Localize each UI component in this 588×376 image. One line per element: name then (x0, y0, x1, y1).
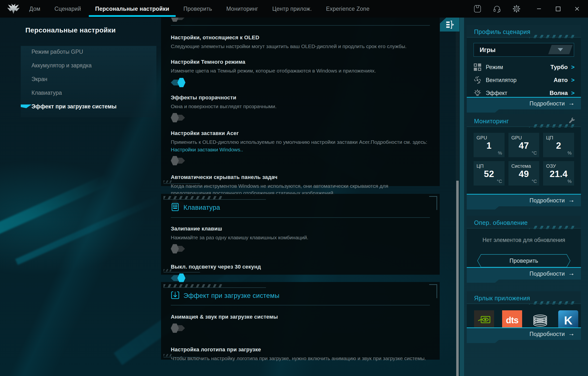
keyboard-card-title: Клавиатура (183, 204, 220, 211)
scrollbar-track[interactable] (456, 18, 459, 376)
card-corner-decor (163, 180, 200, 184)
header-hatch-decor (529, 124, 578, 128)
title-bar: Дом Сценарий Персональные настройки Пров… (0, 0, 588, 18)
tile-value: 21.4 (543, 169, 574, 179)
boot-animation-toggle[interactable] (171, 323, 185, 333)
headset-support-icon[interactable] (493, 5, 501, 13)
chevron-right-icon: > (571, 90, 575, 97)
monitor-tiles: GPU 1 % GPU 47 °C ЦП 2 % ЦП 52 °C (473, 133, 574, 186)
monitoring-card: Мониторинг GPU 1 % GPU 47 °C (467, 114, 581, 206)
arrow-right-icon: → (568, 269, 575, 277)
sticky-keys-desc: Нажимайте за раз одну клавишу клавишных … (171, 234, 430, 241)
update-empty-message: Нет элементов для обновления (467, 237, 581, 243)
update-details-button[interactable]: Подробности → (467, 267, 581, 279)
tile-label: ОЗУ (546, 163, 556, 169)
background-streak (0, 175, 109, 237)
monitor-tile-ram: ОЗУ 21.4 % (543, 161, 574, 186)
check-updates-button[interactable]: Проверить (477, 254, 570, 267)
monitor-tile-gpu-load: GPU 1 % (473, 133, 504, 157)
fan-icon (473, 76, 482, 84)
boot-effect-card-title: Эффект при загрузке системы (183, 292, 279, 300)
nav-item-scenario[interactable]: Сценарий (54, 0, 81, 18)
oled-settings-card: Настройки, относящиеся к OLED Следующие … (161, 18, 440, 186)
card-hatch-line (163, 287, 266, 288)
boot-effect-card: Эффект при загрузке системы Анимация & з… (161, 282, 440, 360)
minimize-button[interactable] (535, 5, 543, 12)
screensaver-title: Настройки заставки Acer (171, 130, 430, 137)
nav-item-home[interactable]: Дом (29, 0, 40, 18)
lighting-effect-icon (473, 89, 482, 97)
scenario-profile-card: Профиль сценария Игры Режим Турбо > (467, 25, 581, 109)
main-nav: Дом Сценарий Персональные настройки Пров… (29, 0, 370, 18)
dark-mode-toggle[interactable] (171, 78, 185, 87)
panel-divider (460, 18, 464, 376)
page-title: Персональные настройки (25, 26, 161, 34)
scrollbar-thumb[interactable] (456, 181, 459, 376)
profile-row-mode[interactable]: Режим Турбо > (473, 62, 575, 73)
monitoring-details-button[interactable]: Подробности → (467, 194, 581, 206)
transparency-toggle[interactable] (171, 113, 185, 122)
clipped-toggle[interactable] (171, 18, 188, 22)
backlight-timeout-toggle[interactable] (171, 273, 185, 283)
oled-section-title: Настройки, относящиеся к OLED (171, 34, 430, 41)
tile-label: GPU (511, 135, 522, 141)
nav-item-experience-zone[interactable]: Experience Zone (326, 0, 369, 18)
window-controls (535, 5, 581, 12)
tile-value: 52 (473, 169, 504, 179)
profile-details-button[interactable]: Подробности → (467, 97, 581, 109)
keyboard-card: Клавиатура Залипание клавиш Нажимайте за… (161, 194, 440, 275)
dropdown-arrow-zone (548, 45, 573, 54)
titlebar-actions (473, 5, 588, 13)
nav-item-monitoring[interactable]: Мониторинг (226, 0, 258, 18)
tile-unit: % (498, 150, 502, 156)
settings-gear-icon[interactable] (512, 5, 521, 13)
sticky-keys-toggle[interactable] (171, 244, 185, 253)
sidebar-item-gpu-mode[interactable]: Режим работы GPU (21, 46, 156, 58)
monitor-tile-cpu-temp: ЦП 52 °C (473, 161, 504, 186)
sticky-keys-title: Залипание клавиш (171, 226, 430, 232)
device-box-icon[interactable] (473, 5, 482, 13)
collapse-panel-tab[interactable] (440, 18, 459, 32)
apps-details-button[interactable]: Подробности → (467, 327, 581, 340)
wrench-settings-icon[interactable] (568, 117, 576, 125)
sidebar-item-boot-effect[interactable]: Эффект при загрузке системы (21, 101, 156, 112)
profile-row-fan[interactable]: Вентилятор Авто > (473, 75, 575, 86)
right-panel: Профиль сценария Игры Режим Турбо > (464, 18, 588, 376)
details-label: Подробности (529, 270, 565, 277)
maximize-button[interactable] (554, 5, 562, 12)
sidebar-item-label: Эффект при загрузке системы (32, 103, 117, 110)
backlight-timeout-title: Выкл. подсветку через 30 секунд (171, 264, 430, 270)
keyboard-icon (171, 203, 179, 212)
boot-logo-desc: Чтобы включить настройку логотипа при за… (171, 355, 430, 362)
header-hatch-decor (529, 226, 578, 229)
profile-dropdown-value: Игры (480, 46, 495, 54)
dark-mode-title: Настройки Темного режима (171, 59, 430, 65)
background-streak (15, 195, 160, 265)
tile-unit: % (567, 150, 572, 156)
sidebar-item-keyboard[interactable]: Клавиатура (21, 87, 156, 99)
predator-logo[interactable] (0, 3, 27, 14)
close-button[interactable] (573, 5, 581, 12)
screensaver-toggle[interactable] (171, 156, 185, 165)
nav-item-personalization[interactable]: Персональные настройки (95, 0, 169, 18)
profile-dropdown[interactable]: Игры (473, 43, 574, 57)
tile-label: ЦП (546, 135, 553, 141)
tile-unit: % (567, 179, 572, 184)
sidebar-item-screen[interactable]: Экран (21, 73, 156, 85)
row-label: Режим (486, 64, 503, 71)
row-value: Авто (554, 77, 568, 84)
nav-item-app-center[interactable]: Центр прилож. (272, 0, 312, 18)
boot-logo-title: Настройка логотипа при загрузке (171, 346, 430, 353)
monitor-tile-gpu-temp: GPU 47 °C (508, 133, 539, 157)
chevron-right-icon: > (571, 77, 575, 84)
windows-screensaver-link[interactable]: Настройки заставки Windows.. (171, 147, 243, 153)
boot-effect-icon (171, 291, 179, 301)
sidebar-item-battery[interactable]: Аккумулятор и зарядка (21, 60, 156, 71)
nav-item-check[interactable]: Проверить (183, 0, 212, 18)
oled-section-desc: Следующие элементы настройки могут защит… (171, 43, 430, 50)
tile-value: 49 (508, 169, 539, 179)
card-corner-decor (163, 269, 200, 272)
details-label: Подробности (529, 331, 565, 337)
transparency-title: Эффекты прозрачности (171, 95, 430, 101)
predator-sense-window: Дом Сценарий Персональные настройки Пров… (0, 0, 588, 376)
